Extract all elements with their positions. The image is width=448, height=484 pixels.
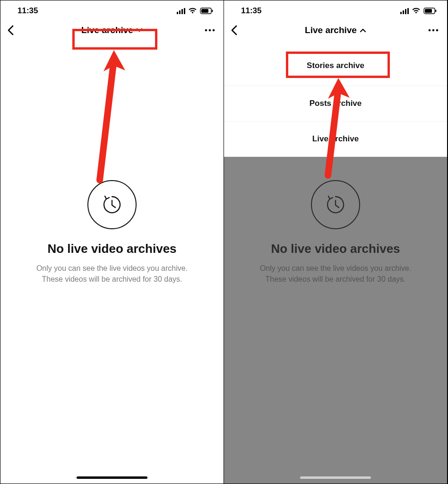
empty-state: No live video archives Only you can see … [0,0,224,484]
svg-point-4 [209,29,211,32]
archive-type-selector[interactable]: Live archive [81,25,143,35]
more-options-button[interactable] [426,29,440,32]
dropdown-item-live[interactable]: Live archive [224,121,447,156]
ellipsis-icon [205,29,215,32]
archive-empty-icon [0,180,224,229]
chevron-up-icon [360,28,366,33]
history-clock-icon [100,193,124,216]
more-options-button[interactable] [203,29,217,32]
nav-bar: Live archive [224,17,447,40]
svg-point-9 [429,29,431,32]
empty-subtext: Only you can see the live videos you arc… [0,263,224,285]
empty-headline: No live video archives [0,242,224,256]
status-bar: 11:35 [224,0,447,17]
ellipsis-icon [428,29,439,32]
modal-backdrop[interactable] [224,152,447,484]
wifi-icon [412,8,421,14]
svg-point-3 [205,29,207,32]
status-time: 11:35 [241,6,261,16]
chevron-left-icon [231,25,237,35]
nav-bar: Live archive [0,17,224,40]
chevron-down-icon [136,28,143,33]
back-button[interactable] [231,25,245,35]
screenshot-left: 11:35 Live archive [0,0,224,484]
svg-point-11 [436,29,439,32]
svg-rect-8 [435,10,436,12]
archive-type-dropdown: Stories archive Posts archive Live archi… [224,46,447,157]
svg-point-5 [213,29,215,32]
archive-type-selector[interactable]: Live archive [305,25,366,35]
dropdown-item-stories[interactable]: Stories archive [224,46,447,86]
nav-title: Live archive [81,25,133,35]
svg-rect-7 [425,9,432,13]
back-button[interactable] [7,25,21,35]
status-right-cluster [400,8,437,14]
svg-point-10 [432,29,435,32]
dropdown-item-posts[interactable]: Posts archive [224,86,447,121]
screenshot-right: 11:35 Live archive [224,0,448,484]
home-indicator[interactable] [300,476,371,479]
battery-icon [423,8,437,14]
nav-title: Live archive [305,25,357,35]
cellular-signal-icon [400,8,409,14]
chevron-left-icon [7,25,14,35]
home-indicator[interactable] [77,476,147,479]
